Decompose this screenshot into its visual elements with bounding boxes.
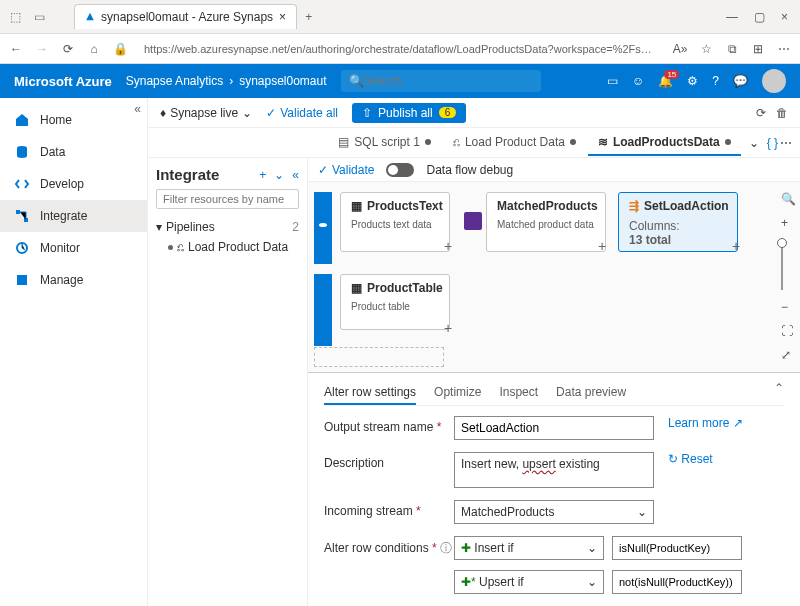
collections-icon[interactable]: ⊞ [750,41,766,57]
feedback-icon[interactable]: ☺ [632,74,644,88]
tab-pipeline[interactable]: ⎌Load Product Data [443,130,586,156]
rail-monitor[interactable]: Monitor [0,232,147,264]
feedback2-icon[interactable]: 💬 [733,74,748,88]
rail-data[interactable]: Data [0,136,147,168]
learn-more-link[interactable]: Learn more ↗ [668,416,743,430]
maximize-icon[interactable]: ▢ [754,10,765,24]
rail-home[interactable]: Home [0,104,147,136]
node-setloadaction[interactable]: ⇶SetLoadAction Columns:13 total [618,192,738,252]
svg-rect-4 [17,275,27,285]
fullscreen-icon[interactable]: ⤢ [781,348,796,362]
brand[interactable]: Microsoft Azure [14,74,112,89]
global-search[interactable]: 🔍 [341,70,541,92]
close-icon[interactable]: × [279,10,286,24]
rail-integrate[interactable]: Integrate [0,200,147,232]
fit-icon[interactable]: ⛶ [781,324,796,338]
zoom-in-icon[interactable]: + [781,216,796,230]
tree-item[interactable]: ⎌Load Product Data [156,237,299,257]
lock-icon[interactable]: 🔒 [112,41,128,57]
more-tabs-icon[interactable]: ⋯ [780,136,792,150]
avatar[interactable] [762,69,786,93]
condition-expression-input[interactable] [612,570,742,594]
add-step-button[interactable]: + [732,238,740,254]
browser-back-icon[interactable]: ⬚ [8,10,22,24]
favorite-icon[interactable]: ☆ [698,41,714,57]
file-icon: ▦ [351,199,362,213]
debug-toggle[interactable] [386,163,414,177]
add-step-button[interactable]: + [444,320,452,336]
dirty-dot [570,139,576,145]
info-icon[interactable]: ⓘ [440,541,452,555]
settings-icon[interactable]: ⚙ [687,74,698,88]
dirty-dot [168,245,173,250]
chevron-down-icon: ⌄ [637,505,647,519]
dataflow-canvas[interactable]: ▦ProductsText Products text data + Match… [308,182,800,372]
back-icon[interactable]: ← [8,41,24,57]
new-tab-button[interactable]: + [305,10,312,24]
add-button[interactable]: + [259,168,266,182]
validate-all-button[interactable]: ✓Validate all [266,106,338,120]
chevron-right-icon: › [229,74,233,88]
browser-tab[interactable]: synapsel0omaut - Azure Synaps × [74,4,297,29]
home-icon[interactable]: ⌂ [86,41,102,57]
extensions-icon[interactable]: ⧉ [724,41,740,57]
output-stream-input[interactable] [454,416,654,440]
node-matchedproducts[interactable]: MatchedProducts Matched product data [486,192,606,252]
settings-tab-inspect[interactable]: Inspect [499,381,538,405]
source-handle[interactable] [314,192,332,264]
read-aloud-icon[interactable]: A» [672,41,688,57]
tab-sql-script[interactable]: ▤SQL script 1 [328,130,441,156]
search-canvas-icon[interactable]: 🔍 [781,192,796,206]
zoom-slider[interactable] [781,240,783,290]
more-icon[interactable]: ⋯ [776,41,792,57]
tab-menu-icon[interactable]: ⌄ [743,136,765,150]
collapse-panel-icon[interactable]: « [292,168,299,182]
refresh-icon[interactable]: ⟳ [756,106,766,120]
validate-button[interactable]: ✓Validate [318,163,374,177]
reset-button[interactable]: ↻ Reset [668,452,713,466]
collapse-settings-icon[interactable]: ⌃ [774,381,784,395]
description-textarea[interactable]: Insert new, upsert existing [454,452,654,488]
label-desc: Description [324,452,454,470]
breadcrumb-root[interactable]: Synapse Analytics [126,74,223,88]
rail-develop[interactable]: Develop [0,168,147,200]
filter-input[interactable] [156,189,299,209]
minimize-icon[interactable]: — [726,10,738,24]
join-node-icon[interactable] [464,212,482,230]
expand-icon[interactable]: ⌄ [274,168,284,182]
condition-type-dropdown[interactable]: ✚ Insert if⌄ [454,536,604,560]
add-source-placeholder[interactable] [314,347,444,367]
tab-dataflow[interactable]: ≋LoadProductsData [588,130,741,156]
branch-selector[interactable]: ♦Synapse live ⌄ [160,106,252,120]
pipeline-icon: ⎌ [177,240,184,254]
add-step-button[interactable]: + [598,238,606,254]
close-window-icon[interactable]: × [781,10,788,24]
browser-tab-icon[interactable]: ▭ [32,10,46,24]
settings-tab-alterrow[interactable]: Alter row settings [324,381,416,405]
zoom-out-icon[interactable]: − [781,300,796,314]
incoming-stream-dropdown[interactable]: MatchedProducts⌄ [454,500,654,524]
node-productstext[interactable]: ▦ProductsText Products text data [340,192,450,252]
condition-type-dropdown[interactable]: ✚* Upsert if⌄ [454,570,604,594]
collapse-rail-icon[interactable]: « [134,102,141,116]
settings-tab-optimize[interactable]: Optimize [434,381,481,405]
dirty-dot [425,139,431,145]
cloud-shell-icon[interactable]: ▭ [607,74,618,88]
delete-icon[interactable]: 🗑 [776,106,788,120]
chevron-down-icon: ⌄ [587,575,597,589]
add-step-button[interactable]: + [444,238,452,254]
condition-expression-input[interactable] [612,536,742,560]
node-producttable[interactable]: ▦ProductTable Product table [340,274,450,330]
json-icon[interactable]: { } [767,136,778,150]
url-text[interactable]: https://web.azuresynapse.net/en/authorin… [138,43,662,55]
notifications-icon[interactable]: 🔔15 [658,74,673,88]
source-handle[interactable] [314,274,332,346]
tree-pipelines[interactable]: ▾Pipelines2 [156,217,299,237]
search-input[interactable] [364,74,533,88]
breadcrumb-workspace[interactable]: synapsel0omaut [239,74,326,88]
rail-manage[interactable]: Manage [0,264,147,296]
refresh-icon[interactable]: ⟳ [60,41,76,57]
publish-all-button[interactable]: ⇧Publish all6 [352,103,466,123]
help-icon[interactable]: ? [712,74,719,88]
settings-tab-preview[interactable]: Data preview [556,381,626,405]
